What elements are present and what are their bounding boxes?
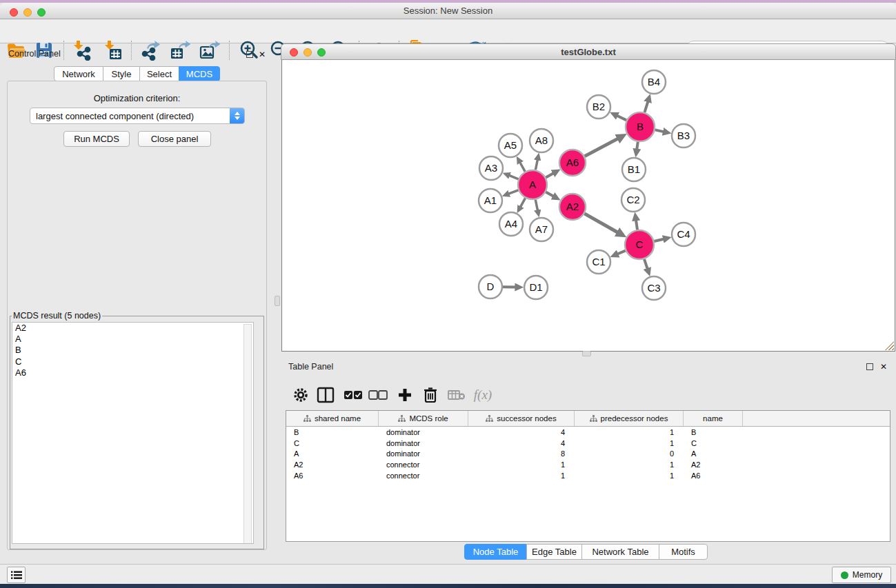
graph-edge[interactable] (509, 175, 519, 179)
graph-edge[interactable] (520, 163, 525, 172)
network-graph[interactable]: AA6A2BCA1A3A4A5A7A8B1B2B3B4C1C2C3C4DD1 (282, 60, 895, 350)
export-network-icon[interactable] (138, 38, 163, 63)
graph-edge[interactable] (508, 190, 518, 194)
graph-edge[interactable] (585, 139, 619, 156)
tab-motifs[interactable]: Motifs (659, 544, 708, 560)
table-cell[interactable]: A6 (286, 472, 379, 480)
settings-gear-icon[interactable] (289, 383, 312, 407)
table-cell[interactable]: 0 (575, 449, 684, 458)
graph-edge[interactable] (636, 220, 637, 230)
criterion-dropdown[interactable]: largest connected component (directed) (30, 108, 245, 124)
show-panels-button[interactable] (7, 567, 26, 583)
table-cell[interactable]: 1 (468, 472, 575, 480)
graph-edge[interactable] (546, 173, 553, 177)
table-cell[interactable]: A2 (684, 460, 743, 469)
mcds-result-item[interactable]: A2 (12, 323, 253, 334)
graph-node-label: D (487, 281, 495, 292)
column-header-name[interactable]: name (684, 411, 743, 426)
table-cell[interactable]: C (286, 439, 379, 447)
deselect-all-icon[interactable] (366, 383, 390, 407)
table-cell[interactable]: C (684, 439, 743, 447)
column-header-mcds-role[interactable]: MCDS role (379, 411, 468, 426)
column-header-successor-nodes[interactable]: successor nodes (468, 411, 575, 426)
graph-edge[interactable] (644, 259, 648, 269)
mcds-result-item[interactable]: B (12, 345, 253, 356)
close-panel-button[interactable]: Close panel (138, 131, 211, 147)
select-all-icon[interactable] (341, 383, 365, 407)
graph-edge[interactable] (535, 160, 537, 170)
table-row[interactable]: Bdominator41B (286, 427, 890, 438)
table-cell[interactable]: 4 (468, 428, 575, 436)
table-cell[interactable]: dominator (379, 449, 468, 458)
graph-edge[interactable] (617, 251, 626, 254)
table-cell[interactable]: A (286, 449, 379, 458)
graph-node-label: B (637, 121, 644, 132)
export-table-icon[interactable] (168, 38, 192, 63)
mcds-result-list[interactable]: A2ABCA6 (12, 322, 254, 544)
run-mcds-button[interactable]: Run MCDS (63, 131, 130, 147)
show-column-icon[interactable] (314, 383, 337, 407)
table-cell[interactable]: 1 (468, 460, 575, 469)
table-cell[interactable]: 1 (575, 428, 684, 436)
graph-edge[interactable] (637, 142, 638, 150)
column-type-icon (398, 415, 406, 422)
network-window-titlebar[interactable]: testGlobe.txt (281, 43, 896, 60)
network-title: testGlobe.txt (281, 47, 895, 57)
network-canvas[interactable]: AA6A2BCA1A3A4A5A7A8B1B2B3B4C1C2C3C4DD1 (281, 60, 895, 352)
column-header-shared-name[interactable]: shared name (286, 411, 379, 426)
table-cell[interactable]: B (684, 428, 743, 436)
graph-edge[interactable] (617, 116, 627, 121)
tab-network[interactable]: Network (54, 66, 103, 81)
export-image-icon[interactable] (197, 38, 222, 63)
memory-button[interactable]: Memory (832, 567, 891, 583)
graph-edge[interactable] (655, 130, 664, 132)
table-panel-float-button[interactable] (866, 363, 873, 370)
table-cell[interactable]: A (684, 449, 743, 458)
table-row[interactable]: Cdominator41C (286, 438, 890, 449)
import-network-icon[interactable] (69, 38, 94, 63)
control-panel-close-button[interactable]: ✕ (259, 50, 266, 59)
table-panel-close-button[interactable]: ✕ (880, 363, 887, 371)
graph-edge[interactable] (535, 200, 537, 211)
graph-edge[interactable] (520, 198, 525, 207)
create-column-icon[interactable] (393, 383, 417, 407)
table-cell[interactable]: 1 (575, 439, 684, 447)
tab-node-table[interactable]: Node Table (464, 544, 527, 560)
table-cell[interactable]: connector (379, 472, 468, 480)
tab-edge-table[interactable]: Edge Table (526, 544, 582, 560)
zoom-in-icon[interactable] (237, 38, 261, 63)
mcds-result-item[interactable]: A (12, 334, 253, 345)
import-table-icon[interactable] (100, 38, 125, 63)
tab-select[interactable]: Select (139, 66, 179, 81)
table-cell[interactable]: 1 (575, 460, 684, 469)
table-cell[interactable]: 8 (468, 449, 575, 458)
mcds-result-item[interactable]: C (12, 356, 253, 367)
tab-network-table[interactable]: Network Table (581, 544, 659, 560)
result-list-scrollbar[interactable] (243, 324, 252, 544)
graph-node-label: B1 (628, 163, 640, 175)
table-cell[interactable]: A2 (286, 460, 379, 469)
table-row[interactable]: A6connector11A6 (286, 470, 890, 481)
graph-edge[interactable] (584, 214, 617, 232)
graph-edge[interactable] (654, 239, 664, 241)
column-header-predecessor-nodes[interactable]: predecessor nodes (575, 411, 684, 426)
network-horizontal-scrollbar[interactable] (582, 351, 591, 356)
table-cell[interactable]: 4 (468, 439, 575, 447)
table-cell[interactable]: connector (379, 460, 468, 469)
control-panel-float-button[interactable] (246, 51, 253, 58)
table-cell[interactable]: A6 (684, 472, 743, 480)
tab-style[interactable]: Style (103, 66, 140, 81)
tab-mcds[interactable]: MCDS (179, 66, 220, 81)
delete-column-icon[interactable] (419, 383, 442, 407)
main-titlebar[interactable]: Session: New Session (0, 3, 896, 19)
table-cell[interactable]: dominator (379, 428, 468, 436)
table-cell[interactable]: B (286, 428, 379, 436)
network-vertical-scrollbar[interactable] (275, 296, 280, 306)
table-cell[interactable]: 1 (575, 472, 684, 480)
table-row[interactable]: A2connector11A2 (286, 459, 890, 470)
table-row[interactable]: Adominator80A (286, 448, 890, 459)
graph-edge[interactable] (645, 101, 648, 112)
mcds-result-item[interactable]: A6 (12, 367, 253, 378)
table-cell[interactable]: dominator (379, 439, 468, 447)
graph-edge[interactable] (546, 192, 553, 196)
